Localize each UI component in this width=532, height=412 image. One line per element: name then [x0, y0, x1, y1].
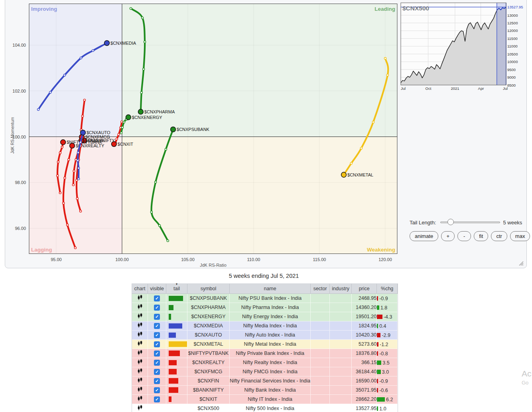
- tail-point: [59, 152, 61, 154]
- pct-change-cell: 0.4: [377, 321, 398, 331]
- visible-checkbox[interactable]: ✓: [154, 305, 160, 311]
- label-$CNXENERGY: $CNXENERGY: [132, 115, 162, 120]
- sector-cell: [311, 331, 330, 340]
- head-$CNXPHARMA[interactable]: [138, 109, 143, 115]
- head-$CNXAUTO[interactable]: [81, 130, 86, 135]
- col-header-visible[interactable]: visible: [148, 284, 166, 294]
- col-header-sector[interactable]: sector: [311, 284, 330, 294]
- col-header-chart[interactable]: chart: [132, 284, 148, 294]
- ov-highlight-band[interactable]: [497, 3, 506, 85]
- chart-icon[interactable]: [137, 368, 143, 374]
- table-row: $CNX500Nifty 500 Index - India13527.951.…: [132, 404, 398, 412]
- chart-icon[interactable]: [137, 295, 143, 301]
- ov-x-tick: Oct: [426, 86, 432, 91]
- pct-change-cell: 6.2: [377, 395, 398, 404]
- tail-point: [140, 91, 142, 93]
- visible-checkbox[interactable]: ✓: [154, 323, 160, 329]
- tail-length-slider[interactable]: [440, 219, 500, 226]
- head-$CNXMEDIA[interactable]: [104, 40, 110, 46]
- col-header-industry[interactable]: industry: [330, 284, 352, 294]
- zoom-out-button[interactable]: -: [457, 231, 471, 241]
- ov-y-tick: 10000: [507, 59, 518, 64]
- head-$CNXMETAL[interactable]: [341, 172, 347, 177]
- symbol-table: chartvisibletail▾symbolnamesectorindustr…: [132, 283, 398, 412]
- slider-handle[interactable]: [447, 219, 454, 225]
- chart-icon[interactable]: [137, 350, 143, 356]
- ov-last-value-label: 13527.95: [507, 5, 523, 9]
- col-header-pctchg[interactable]: %chg: [377, 284, 398, 294]
- name-cell: Nifty IT Index - India: [230, 395, 311, 404]
- head-$CNXREALTY[interactable]: [70, 143, 75, 148]
- chart-icon[interactable]: [137, 313, 143, 319]
- tail-point: [143, 68, 145, 70]
- tail-swatch: [169, 351, 180, 356]
- visible-checkbox[interactable]: ✓: [154, 314, 160, 320]
- tail-point: [77, 160, 79, 162]
- ov-y-tick: 12000: [507, 28, 518, 33]
- head-$CNXPSUBANK[interactable]: [171, 127, 176, 132]
- quadrant-improving: [29, 4, 122, 137]
- y-tick-label: 98.00: [15, 180, 26, 185]
- zoom-in-button[interactable]: +: [441, 231, 455, 241]
- tail-point: [158, 225, 160, 227]
- tail-point: [123, 121, 125, 123]
- max-button[interactable]: max: [510, 231, 530, 241]
- symbol-cell: $CNXENERGY: [187, 312, 230, 321]
- chart-icon[interactable]: [137, 304, 143, 310]
- chart-icon[interactable]: [137, 405, 143, 411]
- chart-icon[interactable]: [137, 341, 143, 347]
- tail-point: [372, 121, 374, 123]
- overview-chart[interactable]: 13527.9513000125001200011500110001050010…: [400, 2, 532, 93]
- chart-icon[interactable]: [137, 359, 143, 365]
- pct-change-cell: 1.8: [377, 303, 398, 312]
- quadrant-lagging: [29, 137, 122, 254]
- visible-checkbox[interactable]: ✓: [154, 295, 160, 301]
- animate-button[interactable]: animate: [410, 231, 438, 241]
- chart-icon[interactable]: [137, 396, 143, 402]
- tail-swatch: [169, 360, 177, 365]
- visible-checkbox[interactable]: ✓: [154, 387, 160, 393]
- resize-handle-icon[interactable]: [518, 260, 524, 266]
- tail-point: [77, 167, 79, 169]
- ov-y-tick: 8500: [507, 83, 516, 87]
- fit-button[interactable]: fit: [474, 231, 488, 241]
- tail-swatch: [169, 341, 187, 347]
- name-cell: Nifty Realty Index - India: [230, 358, 311, 367]
- head-$CNXIT[interactable]: [111, 141, 116, 147]
- name-cell: Nifty Auto Index - India: [230, 331, 311, 340]
- visible-checkbox[interactable]: ✓: [154, 360, 160, 366]
- visible-checkbox[interactable]: ✓: [154, 351, 160, 357]
- col-header-price[interactable]: price: [352, 284, 377, 294]
- col-header-name[interactable]: name: [230, 284, 311, 294]
- table-row: ✓$CNXPSUBANKNifty PSU Bank Index - India…: [132, 294, 398, 303]
- symbol-cell: $CNXREALTY: [187, 358, 230, 367]
- head-$CNXENERGY[interactable]: [126, 115, 131, 120]
- chart-icon[interactable]: [137, 331, 143, 337]
- col-header-tail[interactable]: tail▾: [166, 284, 187, 294]
- sector-cell: [311, 321, 330, 331]
- tail-swatch: [169, 323, 182, 329]
- table-row: ✓$CNXFINNifty Financial Services Index -…: [132, 376, 398, 386]
- chg-down-bar: [377, 333, 380, 337]
- sort-indicator-icon: ▾: [166, 283, 187, 286]
- tail-swatch: [169, 378, 178, 384]
- ctr-button[interactable]: ctr: [491, 231, 507, 241]
- chart-icon[interactable]: [137, 377, 143, 383]
- visible-checkbox[interactable]: ✓: [154, 369, 160, 375]
- table-row: ✓$CNXMEDIANifty Media Index - India1824.…: [132, 321, 398, 331]
- head-$NIFTYPVTBANK[interactable]: [61, 140, 66, 145]
- visible-checkbox[interactable]: ✓: [154, 332, 160, 338]
- table-row: ✓$BANKNIFTYNifty Bank Index - India35071…: [132, 386, 398, 395]
- industry-cell: [330, 386, 352, 395]
- table-row: ✓$CNXAUTONifty Auto Index - India10420.3…: [132, 331, 398, 340]
- chart-icon[interactable]: [137, 322, 143, 328]
- chg-down-bar: [377, 315, 382, 319]
- label-leading: Leading: [374, 6, 395, 12]
- chart-icon[interactable]: [137, 386, 143, 392]
- visible-checkbox[interactable]: ✓: [154, 378, 160, 384]
- visible-checkbox[interactable]: ✓: [154, 341, 160, 347]
- x-tick-label: 110.00: [247, 257, 260, 262]
- col-header-symbol[interactable]: symbol: [187, 284, 230, 294]
- rrg-chart[interactable]: 95.00100.00105.00110.00115.00120.0096.00…: [8, 4, 407, 269]
- visible-checkbox[interactable]: ✓: [154, 396, 160, 402]
